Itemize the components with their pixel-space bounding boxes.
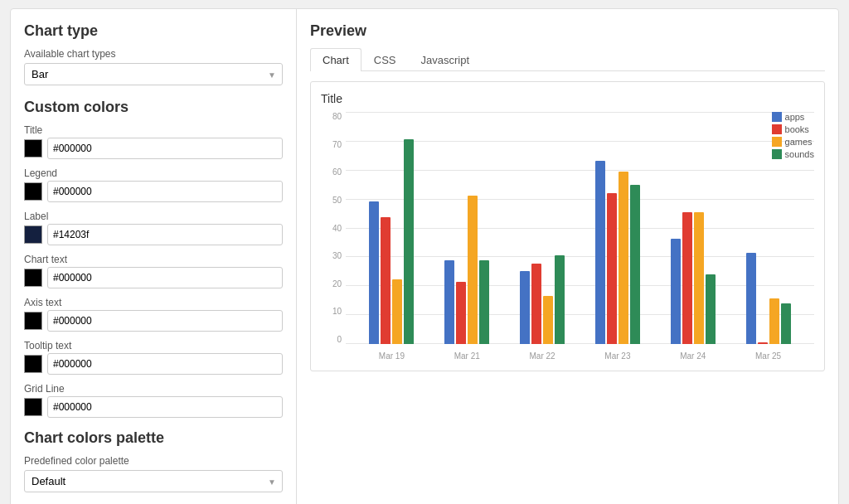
bar: [706, 274, 716, 345]
legend-text-1: books: [785, 124, 809, 134]
x-label-5: Mar 25: [730, 351, 806, 361]
palette-title: Chart colors palette: [24, 429, 283, 447]
bar-group-4: [655, 212, 730, 344]
color-label-6: Grid Line: [24, 383, 283, 395]
color-swatch-5[interactable]: [24, 355, 42, 373]
legend-text-0: apps: [785, 112, 805, 122]
legend-item-3: sounds: [772, 149, 814, 159]
tabs-row: ChartCSSJavascript: [310, 48, 825, 71]
bar: [671, 239, 681, 344]
bar: [520, 271, 530, 344]
bar: [630, 185, 640, 344]
bar-group-1: [429, 196, 505, 344]
color-input-3[interactable]: [47, 267, 283, 288]
bars-row: [346, 112, 814, 344]
bar: [404, 139, 414, 344]
chart-container: Title 01020304050607080 Mar 19Mar 21Mar …: [310, 81, 825, 371]
custom-colors-title: Custom colors: [24, 99, 283, 116]
tab-javascript[interactable]: Javascript: [409, 48, 483, 71]
color-swatch-3[interactable]: [24, 269, 42, 287]
bar: [682, 212, 692, 344]
y-label: 50: [332, 196, 342, 205]
legend-color-1: [772, 124, 782, 134]
y-label: 30: [332, 251, 342, 260]
color-label-5: Tooltip text: [24, 340, 283, 351]
x-labels: Mar 19Mar 21Mar 22Mar 23Mar 24Mar 25: [346, 351, 814, 361]
bar: [619, 172, 628, 344]
bar-group-3: [580, 161, 655, 344]
color-input-1[interactable]: [47, 181, 283, 202]
color-input-0[interactable]: [47, 138, 283, 159]
x-label-4: Mar 24: [655, 351, 730, 361]
bar: [758, 342, 768, 344]
x-label-2: Mar 22: [505, 351, 580, 361]
y-label: 40: [332, 224, 342, 233]
y-label: 10: [332, 307, 342, 316]
palette-select-wrapper: Default Pastel Dark Colorful ▼: [24, 470, 283, 492]
color-field-label: Label: [24, 211, 283, 245]
color-label-1: Legend: [24, 167, 283, 179]
color-swatch-1[interactable]: [24, 182, 42, 201]
legend-text-2: games: [785, 137, 813, 147]
left-panel: Chart type Available chart types Bar Lin…: [11, 9, 297, 504]
legend-item-0: apps: [772, 112, 814, 122]
color-swatch-2[interactable]: [24, 225, 42, 244]
chart-type-select[interactable]: Bar Line Pie Scatter: [24, 63, 283, 85]
tab-chart[interactable]: Chart: [310, 48, 361, 71]
bar: [468, 196, 478, 344]
y-label: 0: [337, 335, 342, 344]
color-label-4: Axis text: [24, 297, 283, 308]
bar: [595, 161, 605, 344]
color-swatch-6[interactable]: [24, 398, 42, 416]
y-axis: 01020304050607080: [321, 112, 346, 361]
color-swatch-0[interactable]: [24, 139, 42, 158]
color-input-2[interactable]: [47, 224, 283, 245]
legend-color-0: [772, 112, 782, 122]
bar: [781, 303, 791, 344]
bar-group-2: [505, 255, 580, 344]
predefined-label: Predefined color palette: [24, 455, 283, 467]
legend-color-2: [772, 137, 782, 147]
palette-select[interactable]: Default Pastel Dark Colorful: [24, 470, 283, 492]
bar-group-0: [354, 139, 429, 344]
bar: [531, 264, 541, 345]
bar: [746, 253, 756, 345]
right-panel: Preview ChartCSSJavascript Title 0102030…: [297, 9, 838, 504]
chart-display-title: Title: [321, 92, 814, 105]
chart-type-select-wrapper: Bar Line Pie Scatter ▼: [24, 63, 283, 85]
color-label-0: Title: [24, 124, 283, 136]
bar: [479, 260, 489, 344]
color-field-axis-text: Axis text: [24, 297, 283, 332]
bar: [369, 201, 379, 344]
y-label: 80: [332, 112, 342, 121]
color-swatch-4[interactable]: [24, 312, 42, 330]
bar: [444, 260, 454, 344]
bar-group-5: [730, 253, 806, 345]
color-field-chart-text: Chart text: [24, 254, 283, 288]
legend-text-3: sounds: [785, 149, 814, 159]
color-input-4[interactable]: [47, 310, 283, 332]
color-fields: TitleLegendLabelChart textAxis textToolt…: [24, 124, 283, 418]
bar: [381, 217, 391, 344]
chart-area: 01020304050607080 Mar 19Mar 21Mar 22Mar …: [321, 112, 814, 361]
y-label: 20: [332, 279, 342, 288]
color-input-5[interactable]: [47, 353, 283, 375]
bar: [607, 193, 617, 344]
color-field-title: Title: [24, 124, 283, 159]
preview-title: Preview: [310, 22, 825, 40]
y-label: 60: [332, 167, 342, 177]
color-input-6[interactable]: [47, 396, 283, 418]
color-label-3: Chart text: [24, 254, 283, 265]
bar: [555, 255, 565, 344]
bar: [456, 282, 466, 344]
chart-type-title: Chart type: [24, 22, 283, 40]
legend-item-2: games: [772, 137, 814, 147]
color-field-grid-line: Grid Line: [24, 383, 283, 418]
chart-legend: appsbooksgamessounds: [772, 112, 814, 162]
tab-css[interactable]: CSS: [361, 48, 409, 71]
bar: [769, 298, 779, 344]
x-label-1: Mar 21: [429, 351, 505, 361]
chart-inner: Mar 19Mar 21Mar 22Mar 23Mar 24Mar 25: [346, 112, 814, 361]
y-label: 70: [332, 140, 342, 149]
available-chart-types-label: Available chart types: [24, 48, 283, 60]
